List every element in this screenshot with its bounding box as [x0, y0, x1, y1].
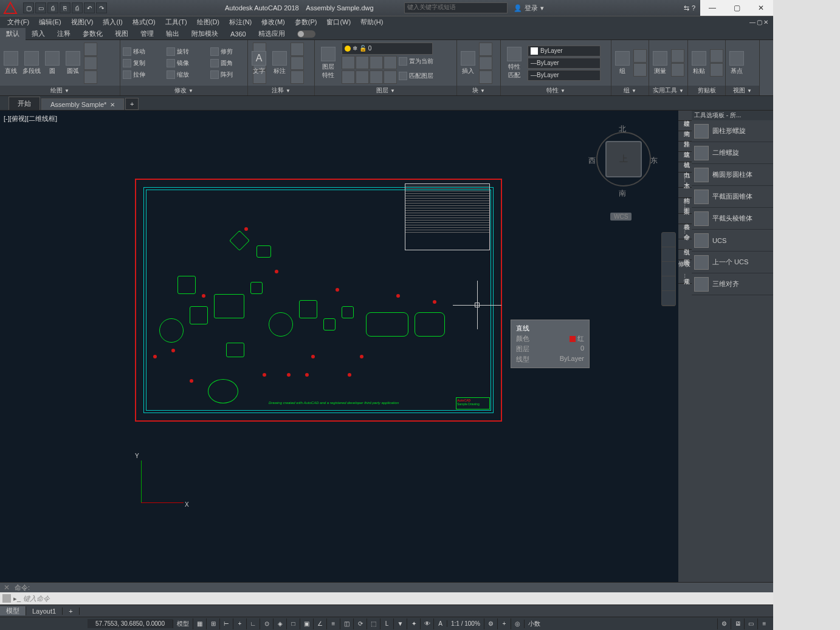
ptab-draw[interactable]: 绘图: [678, 250, 692, 260]
search-input[interactable]: 键入关键字或短语: [404, 2, 508, 13]
insert-block-button[interactable]: 插入: [458, 46, 478, 81]
match-layer-button[interactable]: 匹配图层: [398, 70, 438, 81]
nav-pan-icon[interactable]: [662, 247, 675, 262]
ptab-annotation[interactable]: 注释: [678, 131, 692, 142]
wcs-label[interactable]: WCS: [610, 213, 632, 221]
stretch-button[interactable]: 拉伸: [122, 69, 164, 80]
navcube-east[interactable]: 东: [650, 156, 658, 166]
navcube-north[interactable]: 北: [619, 124, 626, 134]
cleanscreen-icon[interactable]: ▭: [744, 618, 757, 629]
annot-extra2-icon[interactable]: [291, 56, 304, 70]
array-button[interactable]: 阵列: [209, 69, 252, 80]
tp-frustum-cone[interactable]: 平截面圆锥体: [692, 186, 773, 208]
ortho-toggle-icon[interactable]: ∟: [246, 618, 260, 629]
qat-saveas-icon[interactable]: ⎘: [60, 2, 71, 13]
transparency-toggle-icon[interactable]: ◫: [340, 618, 353, 629]
ribbon-tab-insert[interactable]: 插入: [26, 28, 51, 40]
3dosnap-toggle-icon[interactable]: ▣: [300, 618, 313, 629]
layer-icon5[interactable]: [342, 70, 355, 84]
line-button[interactable]: 直线: [1, 46, 21, 81]
drawing-canvas[interactable]: [-][俯视][二维线框]: [0, 111, 678, 582]
nav-zoom-icon[interactable]: [662, 262, 675, 276]
trim-button[interactable]: 修剪: [209, 46, 252, 57]
add-tab-button[interactable]: +: [125, 98, 139, 110]
qat-new-icon[interactable]: ▢: [23, 2, 34, 13]
ptab-modify[interactable]: 修改: [678, 260, 692, 269]
circle-button[interactable]: 圆: [43, 46, 62, 81]
rotate-button[interactable]: 旋转: [165, 46, 208, 57]
menu-param[interactable]: 参数(P): [290, 18, 322, 27]
mirror-button[interactable]: 镜像: [165, 58, 208, 69]
lwt-toggle-icon[interactable]: ≡: [326, 618, 340, 629]
ribbon-tab-featured[interactable]: 精选应用: [252, 28, 291, 40]
maximize-button[interactable]: ▢: [725, 0, 749, 16]
qat-plot-icon[interactable]: ⎙: [72, 2, 83, 13]
ptab-constraint[interactable]: 约束: [678, 121, 692, 131]
start-tab[interactable]: 开始: [9, 97, 40, 110]
layer-icon1[interactable]: [342, 56, 355, 69]
layer-icon6[interactable]: [356, 70, 369, 84]
scale-button[interactable]: 缩放: [165, 69, 208, 80]
util-extra1-icon[interactable]: [671, 49, 684, 63]
autoscale-toggle-icon[interactable]: A: [433, 618, 447, 629]
close-tab-icon[interactable]: ✕: [110, 101, 115, 108]
gear-icon[interactable]: ⚙: [484, 618, 497, 629]
color-combo[interactable]: ByLayer: [528, 46, 601, 56]
dyninput-toggle-icon[interactable]: +: [233, 618, 246, 629]
polyline-button[interactable]: 多段线: [22, 46, 41, 81]
menu-view[interactable]: 视图(V): [66, 18, 98, 27]
group-button[interactable]: 组: [613, 46, 632, 81]
tp-ucs-prev[interactable]: 上一个 UCS: [692, 252, 773, 273]
tp-ellip-cyl[interactable]: 椭圆形圆柱体: [692, 164, 773, 186]
layout-add[interactable]: +: [63, 608, 79, 615]
close-button[interactable]: ✕: [749, 0, 773, 16]
cmd-handle-icon[interactable]: [2, 594, 11, 603]
ribbon-tab-addins[interactable]: 附加模块: [185, 28, 224, 40]
command-input[interactable]: 键入命令: [23, 594, 50, 603]
ptab-arch[interactable]: 建筑: [678, 142, 692, 152]
group-extra2-icon[interactable]: [633, 63, 647, 77]
help-icon[interactable]: ?: [692, 4, 695, 12]
menu-edit[interactable]: 编辑(E): [34, 18, 66, 27]
3d-toggle-icon[interactable]: ⬚: [367, 618, 380, 629]
nav-orbit-icon[interactable]: [662, 276, 675, 291]
exchange-icon[interactable]: ⇆: [684, 4, 689, 12]
ptab-modeling[interactable]: 建模: [678, 111, 692, 121]
status-units[interactable]: 小数: [524, 620, 544, 628]
tp-helix-cyl[interactable]: 圆柱形螺旋: [692, 120, 773, 142]
monitor-icon[interactable]: 🖥: [731, 618, 744, 629]
clip-extra2-icon[interactable]: [710, 63, 723, 77]
tp-helix-2d[interactable]: 二维螺旋: [692, 142, 773, 164]
tp-3dalign[interactable]: 三维对齐: [692, 273, 773, 295]
nav-icon[interactable]: ◎: [511, 618, 524, 629]
menu-help[interactable]: 帮助(H): [356, 18, 388, 27]
annot-extra1-icon[interactable]: [291, 43, 304, 56]
qat-open-icon[interactable]: ▭: [35, 2, 46, 13]
ribbon-tab-manage[interactable]: 管理: [134, 28, 160, 40]
basepoint-button[interactable]: 基点: [727, 46, 746, 81]
snap-toggle-icon[interactable]: ⊞: [206, 618, 219, 629]
ribbon-tab-a360[interactable]: A360: [224, 28, 252, 40]
view-cube[interactable]: 上: [605, 141, 642, 177]
navcube-west[interactable]: 西: [588, 156, 596, 166]
dynucs-toggle-icon[interactable]: L: [380, 618, 393, 629]
ptab-mech[interactable]: 机械: [678, 152, 692, 162]
match-properties-button[interactable]: 特性 匹配: [502, 46, 526, 81]
iso-toggle-icon[interactable]: ◈: [273, 618, 286, 629]
ptab-struct[interactable]: 结构: [678, 188, 692, 198]
menu-window[interactable]: 窗口(W): [322, 18, 356, 27]
ptab-general[interactable]: 常规...: [678, 269, 692, 284]
menu-tools[interactable]: 工具(T): [160, 18, 192, 27]
ptab-civil[interactable]: 土木...: [678, 173, 692, 188]
nav-showmotion-icon[interactable]: [662, 291, 675, 306]
ribbon-tab-param[interactable]: 参数化: [77, 28, 109, 40]
filter-toggle-icon[interactable]: ▼: [393, 618, 407, 629]
mdi-close-icon[interactable]: ✕: [763, 19, 768, 26]
grid-toggle-icon[interactable]: ▦: [193, 618, 206, 629]
copy-button[interactable]: 复制: [122, 58, 164, 69]
ptab-table[interactable]: 表格: [678, 214, 692, 224]
layer-icon7[interactable]: [370, 70, 383, 84]
ribbon-tab-annotate[interactable]: 注释: [51, 28, 77, 40]
active-file-tab[interactable]: Assembly Sample*✕: [41, 98, 124, 110]
menu-insert[interactable]: 插入(I): [98, 18, 127, 27]
